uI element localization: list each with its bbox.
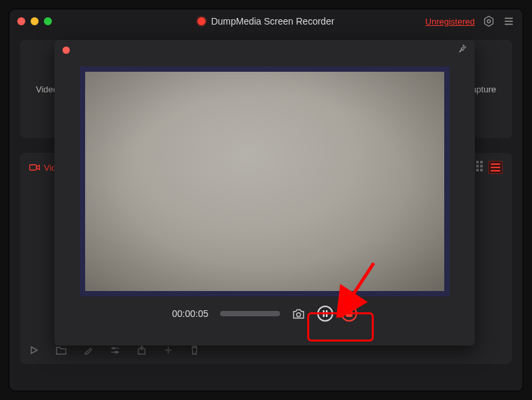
sliders-icon[interactable] (110, 346, 120, 357)
svg-rect-8 (480, 161, 483, 163)
view-toggle (472, 161, 503, 174)
recording-timer: 00:00:05 (172, 308, 209, 319)
svg-rect-14 (480, 169, 483, 171)
play-icon[interactable] (29, 346, 39, 357)
svg-rect-10 (476, 165, 479, 167)
compress-icon[interactable] (164, 346, 173, 357)
preview-vignette (85, 72, 444, 291)
svg-rect-5 (30, 165, 37, 170)
pause-stop-group (317, 306, 357, 322)
folder-icon[interactable] (56, 346, 66, 357)
overlay-titlebar (55, 40, 475, 60)
menu-icon[interactable] (503, 15, 515, 27)
svg-rect-7 (476, 161, 479, 163)
list-view-icon[interactable] (488, 161, 503, 174)
pause-button[interactable] (317, 306, 333, 322)
svg-point-1 (487, 20, 491, 23)
preview-frame (80, 66, 450, 296)
close-window-button[interactable] (17, 17, 25, 25)
library-toolbar (29, 346, 503, 357)
recording-preview (85, 72, 444, 291)
delete-icon[interactable] (190, 346, 199, 357)
screenshot-icon[interactable] (292, 308, 305, 320)
svg-marker-18 (31, 347, 37, 353)
svg-rect-13 (476, 169, 479, 171)
svg-marker-0 (485, 17, 493, 27)
window-controls (17, 17, 52, 25)
svg-point-21 (113, 348, 115, 350)
edit-icon[interactable] (84, 346, 93, 357)
license-status-link[interactable]: Unregistered (426, 17, 475, 27)
recording-controls: 00:00:05 (55, 306, 475, 322)
maximize-window-button[interactable] (44, 17, 52, 25)
minimize-window-button[interactable] (31, 17, 39, 25)
svg-rect-11 (480, 165, 483, 167)
svg-rect-26 (323, 310, 325, 317)
stop-button[interactable] (341, 306, 357, 322)
settings-icon[interactable] (483, 15, 495, 27)
recording-overlay: 00:00:05 (55, 40, 475, 346)
recording-progress[interactable] (220, 311, 280, 316)
stop-icon (346, 310, 352, 317)
svg-point-25 (297, 313, 301, 317)
app-title: DumpMedia Screen Recorder (211, 16, 334, 27)
overlay-close-button[interactable] (63, 47, 70, 54)
record-indicator-icon (198, 17, 205, 25)
svg-point-22 (116, 351, 118, 353)
titlebar: DumpMedia Screen Recorder Unregistered (9, 9, 523, 33)
export-icon[interactable] (137, 346, 146, 357)
svg-rect-27 (326, 310, 328, 317)
pin-icon[interactable] (458, 44, 467, 56)
